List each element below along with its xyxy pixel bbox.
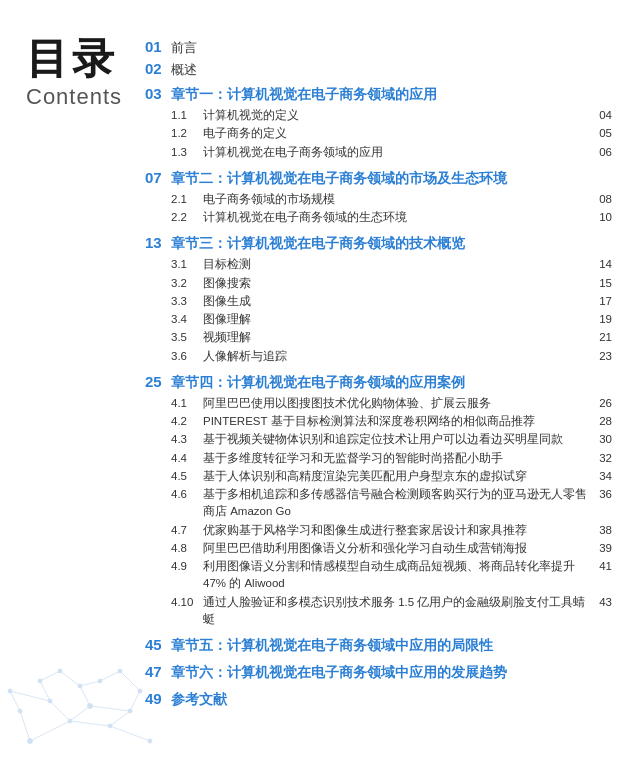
svg-line-18 [70,706,90,721]
section-page: 15 [590,277,612,289]
decorative-network [0,631,160,761]
section-page: 36 [590,488,612,500]
section-title: 图像搜索 [203,275,590,292]
svg-line-31 [130,691,140,711]
svg-line-24 [60,671,80,686]
toc-chapter-row: 07 章节二：计算机视觉在电子商务领域的市场及生态环境 [145,169,612,188]
section-num: 4.5 [171,470,203,482]
section-title: 目标检测 [203,256,590,273]
section-title: 计算机视觉在电子商务领域的生态环境 [203,209,590,226]
section-page: 21 [590,331,612,343]
section-page: 19 [590,313,612,325]
toc-section-row: 2.1 电子商务领域的市场规模 08 [145,191,612,208]
toc-section-row: 3.4 图像理解 19 [145,311,612,328]
section-page: 06 [590,146,612,158]
svg-line-27 [10,691,50,701]
toc-top-item: 02 概述 [145,60,612,79]
chapter-num: 25 [145,373,171,390]
svg-line-19 [70,721,110,726]
chapter-title: 章节三：计算机视觉在电子商务领域的技术概览 [171,235,465,253]
section-title: 基于人体识别和高精度渲染完美匹配用户身型京东的虚拟试穿 [203,468,590,485]
toc-section-row: 4.9 利用图像语义分割和情感模型自动生成商品短视频、将商品转化率提升 47% … [145,558,612,593]
chapter-title: 章节四：计算机视觉在电子商务领域的应用案例 [171,374,465,392]
chapter-title: 章节二：计算机视觉在电子商务领域的市场及生态环境 [171,170,507,188]
section-page: 05 [590,127,612,139]
section-num: 4.1 [171,397,203,409]
toc-section-row: 4.1 阿里巴巴使用以图搜图技术优化购物体验、扩展云服务 26 [145,395,612,412]
svg-line-16 [20,711,30,741]
title-cn: 目录 [26,38,145,80]
section-num: 3.1 [171,258,203,270]
section-page: 14 [590,258,612,270]
section-page: 10 [590,211,612,223]
section-page: 30 [590,433,612,445]
toc-section-row: 4.8 阿里巴巴借助利用图像语义分析和强化学习自动生成营销海报 39 [145,540,612,557]
section-title: PINTEREST 基于目标检测算法和深度卷积网络的相似商品推荐 [203,413,590,430]
chapter-title: 章节一：计算机视觉在电子商务领域的应用 [171,86,437,104]
section-page: 26 [590,397,612,409]
toc-section-row: 4.5 基于人体识别和高精度渲染完美匹配用户身型京东的虚拟试穿 34 [145,468,612,485]
toc-section-row: 3.2 图像搜索 15 [145,275,612,292]
toc-section-row: 3.3 图像生成 17 [145,293,612,310]
svg-line-20 [80,686,90,706]
svg-line-15 [30,721,70,741]
section-page: 41 [590,560,612,572]
section-num: 2.2 [171,211,203,223]
section-num: 4.4 [171,452,203,464]
chapter-num: 13 [145,234,171,251]
section-page: 08 [590,193,612,205]
toc-section-row: 1.2 电子商务的定义 05 [145,125,612,142]
toc-content: 01 前言 02 概述 03 章节一：计算机视觉在电子商务领域的应用 1.1 计… [145,0,640,761]
section-title: 基于多相机追踪和多传感器信号融合检测顾客购买行为的亚马逊无人零售商店 Amazo… [203,486,590,521]
section-title: 阿里巴巴使用以图搜图技术优化购物体验、扩展云服务 [203,395,590,412]
section-title: 利用图像语义分割和情感模型自动生成商品短视频、将商品转化率提升 47% 的 Al… [203,558,590,593]
toc-section-row: 1.1 计算机视觉的定义 04 [145,107,612,124]
section-page: 23 [590,350,612,362]
section-page: 43 [590,596,612,608]
section-num: 4.8 [171,542,203,554]
section-title: 图像理解 [203,311,590,328]
section-title: 基于视频关键物体识别和追踪定位技术让用户可以边看边买明星同款 [203,431,590,448]
section-num: 1.1 [171,109,203,121]
svg-line-25 [80,681,100,686]
section-title: 计算机视觉在电子商务领域的应用 [203,144,590,161]
section-title: 图像生成 [203,293,590,310]
svg-line-17 [50,701,70,721]
standalone-title: 参考文献 [171,691,227,709]
section-num: 4.6 [171,488,203,500]
section-num: 1.2 [171,127,203,139]
section-num: 4.2 [171,415,203,427]
toc-title: 概述 [171,61,197,79]
toc-num: 02 [145,60,171,77]
toc-top-item: 01 前言 [145,38,612,57]
toc-section-row: 3.6 人像解析与追踪 23 [145,348,612,365]
toc-standalone-row: 47 章节六：计算机视觉在电子商务领域中应用的发展趋势 [145,663,612,682]
section-num: 3.2 [171,277,203,289]
section-page: 04 [590,109,612,121]
section-title: 人像解析与追踪 [203,348,590,365]
toc-num: 01 [145,38,171,55]
section-page: 28 [590,415,612,427]
toc-chapter-row: 03 章节一：计算机视觉在电子商务领域的应用 [145,85,612,104]
section-title: 阿里巴巴借助利用图像语义分析和强化学习自动生成营销海报 [203,540,590,557]
svg-line-22 [110,711,130,726]
toc-title: 前言 [171,39,197,57]
svg-line-29 [40,671,60,681]
toc-section-row: 4.7 优家购基于风格学习和图像生成进行整套家居设计和家具推荐 38 [145,522,612,539]
section-title: 优家购基于风格学习和图像生成进行整套家居设计和家具推荐 [203,522,590,539]
toc-standalone-row: 45 章节五：计算机视觉在电子商务领域中应用的局限性 [145,636,612,655]
section-title: 视频理解 [203,329,590,346]
svg-line-26 [40,681,50,701]
section-num: 4.10 [171,596,203,608]
toc-section-row: 4.4 基于多维度转征学习和无监督学习的智能时尚搭配小助手 32 [145,450,612,467]
section-title: 计算机视觉的定义 [203,107,590,124]
section-title: 电子商务的定义 [203,125,590,142]
toc-section-row: 4.2 PINTEREST 基于目标检测算法和深度卷积网络的相似商品推荐 28 [145,413,612,430]
standalone-title: 章节六：计算机视觉在电子商务领域中应用的发展趋势 [171,664,507,682]
section-num: 3.4 [171,313,203,325]
toc-section-row: 3.1 目标检测 14 [145,256,612,273]
svg-line-21 [90,706,130,711]
section-page: 38 [590,524,612,536]
section-num: 4.9 [171,560,203,572]
svg-line-32 [120,671,140,691]
